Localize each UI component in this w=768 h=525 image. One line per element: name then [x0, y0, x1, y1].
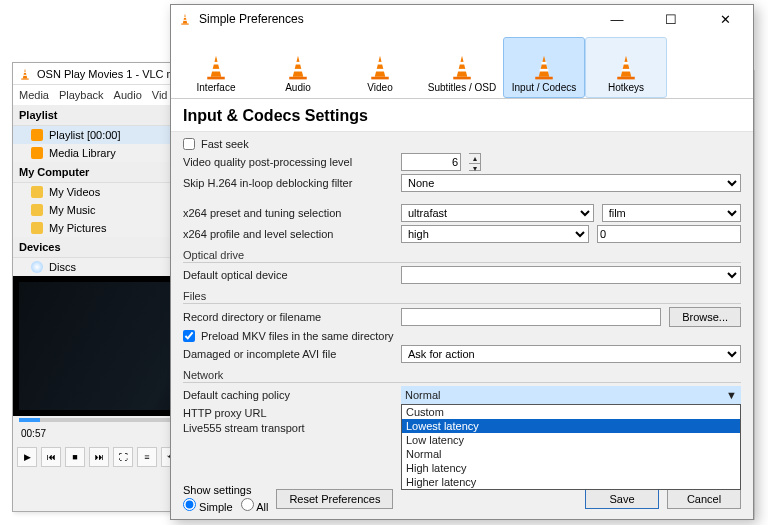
browse-button[interactable]: Browse...	[669, 307, 741, 327]
record-label: Record directory or filename	[183, 311, 393, 323]
svg-marker-0	[23, 68, 28, 78]
play-button[interactable]: ▶	[17, 447, 37, 467]
http-label: HTTP proxy URL	[183, 407, 393, 419]
menu-video[interactable]: Vid	[152, 89, 168, 101]
svg-rect-7	[181, 24, 189, 25]
close-button[interactable]: ✕	[705, 12, 745, 27]
fullscreen-button[interactable]: ⛶	[113, 447, 133, 467]
tab-interface[interactable]: Interface	[175, 37, 257, 98]
minimize-button[interactable]: ―	[597, 12, 637, 27]
optical-label: Default optical device	[183, 269, 393, 281]
svg-rect-29	[623, 62, 628, 65]
menu-playback[interactable]: Playback	[59, 89, 104, 101]
next-button[interactable]: ⏭	[89, 447, 109, 467]
cone-icon	[612, 54, 640, 82]
svg-rect-25	[541, 62, 546, 65]
disc-icon	[31, 261, 43, 273]
svg-marker-16	[375, 56, 386, 77]
prev-button[interactable]: ⏮	[41, 447, 61, 467]
radio-simple[interactable]: Simple	[183, 498, 233, 513]
x264-preset-label: x264 preset and tuning selection	[183, 207, 393, 219]
preload-mkv-label: Preload MKV files in the same directory	[201, 330, 394, 342]
cache-option-high[interactable]: High latency	[402, 461, 740, 475]
cache-option-low[interactable]: Low latency	[402, 433, 740, 447]
cache-option-higher[interactable]: Higher latency	[402, 475, 740, 489]
tab-input-codecs[interactable]: Input / Codecs	[503, 37, 585, 98]
playlist-icon	[31, 129, 43, 141]
main-window-title: OSN Play Movies 1 - VLC me	[37, 68, 182, 80]
menu-media[interactable]: Media	[19, 89, 49, 101]
radio-all[interactable]: All	[241, 498, 269, 513]
svg-rect-3	[21, 78, 29, 79]
svg-rect-17	[377, 62, 382, 65]
record-input[interactable]	[401, 308, 661, 326]
fast-seek-label: Fast seek	[201, 138, 249, 150]
folder-icon	[31, 204, 43, 216]
time-elapsed: 00:57	[17, 428, 50, 439]
svg-marker-4	[183, 14, 188, 24]
cache-option-custom[interactable]: Custom	[402, 405, 740, 419]
dialog-title: Simple Preferences	[199, 12, 304, 26]
ext-button[interactable]: ≡	[137, 447, 157, 467]
svg-rect-26	[540, 69, 549, 72]
dialog-titlebar[interactable]: Simple Preferences ― ☐ ✕	[171, 5, 753, 33]
maximize-button[interactable]: ☐	[651, 12, 691, 27]
save-button[interactable]: Save	[585, 489, 659, 509]
svg-rect-31	[617, 77, 635, 80]
spin-buttons[interactable]: ▴▾	[469, 153, 481, 171]
prefs-tabbar: Interface Audio Video Subtitles / OSD In…	[171, 33, 753, 99]
svg-rect-11	[207, 77, 225, 80]
tab-subtitles[interactable]: Subtitles / OSD	[421, 37, 503, 98]
settings-content: Fast seek Video quality post-processing …	[171, 132, 753, 468]
avi-select[interactable]: Ask for action	[401, 345, 741, 363]
svg-rect-21	[459, 62, 464, 65]
cone-icon	[284, 54, 312, 82]
fast-seek-checkbox[interactable]	[183, 138, 195, 150]
x264-profile-select[interactable]: high	[401, 225, 589, 243]
tab-audio[interactable]: Audio	[257, 37, 339, 98]
svg-rect-5	[184, 17, 186, 18]
tab-hotkeys[interactable]: Hotkeys	[585, 37, 667, 98]
reset-preferences-button[interactable]: Reset Preferences	[276, 489, 393, 509]
svg-rect-9	[213, 62, 218, 65]
cache-dropdown-list[interactable]: Custom Lowest latency Low latency Normal…	[401, 404, 741, 490]
skip264-select[interactable]: None	[401, 174, 741, 192]
svg-rect-13	[295, 62, 300, 65]
svg-rect-18	[376, 69, 385, 72]
x264-level-input[interactable]	[597, 225, 741, 243]
media-library-icon	[31, 147, 43, 159]
preload-mkv-checkbox[interactable]	[183, 330, 195, 342]
svg-marker-28	[621, 56, 632, 77]
cache-option-lowest[interactable]: Lowest latency	[402, 419, 740, 433]
menu-audio[interactable]: Audio	[114, 89, 142, 101]
svg-rect-23	[453, 77, 471, 80]
cone-icon	[448, 54, 476, 82]
x264-preset-select[interactable]: ultrafast	[401, 204, 594, 222]
optical-select[interactable]	[401, 266, 741, 284]
cache-select[interactable]: Normal▼	[401, 386, 741, 404]
group-network: Network	[183, 369, 741, 383]
avi-label: Damaged or incomplete AVI file	[183, 348, 393, 360]
svg-rect-2	[23, 74, 27, 75]
svg-marker-12	[293, 56, 304, 77]
show-settings-label: Show settings	[183, 484, 268, 496]
svg-rect-14	[294, 69, 303, 72]
cache-label: Default caching policy	[183, 389, 393, 401]
folder-icon	[31, 186, 43, 198]
preferences-dialog: Simple Preferences ― ☐ ✕ Interface Audio…	[170, 4, 754, 520]
settings-heading: Input & Codecs Settings	[171, 99, 753, 132]
cone-icon	[202, 54, 230, 82]
cone-icon	[530, 54, 558, 82]
background-window-edge	[754, 70, 768, 520]
tab-video[interactable]: Video	[339, 37, 421, 98]
svg-marker-8	[211, 56, 222, 77]
x264-tune-select[interactable]: film	[602, 204, 741, 222]
svg-marker-24	[539, 56, 550, 77]
group-optical: Optical drive	[183, 249, 741, 263]
cancel-button[interactable]: Cancel	[667, 489, 741, 509]
cache-option-normal[interactable]: Normal	[402, 447, 740, 461]
stop-button[interactable]: ■	[65, 447, 85, 467]
vq-spinbox[interactable]	[401, 153, 461, 171]
folder-icon	[31, 222, 43, 234]
svg-rect-6	[183, 20, 187, 21]
